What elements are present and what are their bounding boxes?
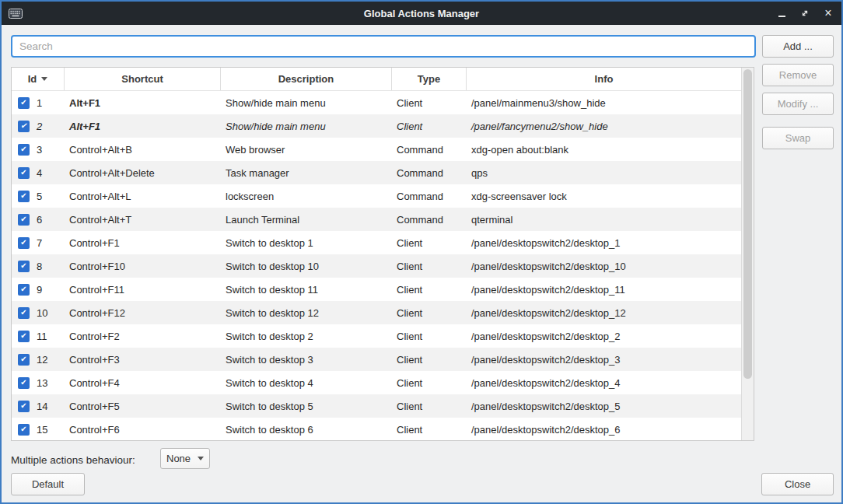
row-id: 14 — [37, 401, 47, 412]
row-id: 12 — [37, 354, 47, 366]
header-type[interactable]: Type — [392, 68, 467, 90]
row-checkbox[interactable] — [18, 424, 30, 436]
row-description: Switch to desktop 5 — [221, 394, 392, 418]
header-info[interactable]: Info — [467, 68, 741, 90]
modify-button[interactable]: Modify ... — [762, 93, 834, 115]
row-id: 5 — [37, 191, 42, 202]
table-row[interactable]: 10 Control+F12 Switch to desktop 12 Clie… — [12, 301, 741, 324]
row-id: 11 — [37, 331, 47, 342]
row-checkbox[interactable] — [18, 191, 30, 202]
table-row[interactable]: 12 Control+F3 Switch to desktop 3 Client… — [12, 348, 741, 371]
row-id: 4 — [37, 167, 42, 179]
row-id: 9 — [37, 284, 42, 296]
row-info: /panel/desktopswitch2/desktop_1 — [467, 231, 741, 254]
row-checkbox[interactable] — [18, 237, 30, 249]
table-row[interactable]: 7 Control+F1 Switch to desktop 1 Client … — [12, 231, 741, 254]
row-description: Switch to desktop 4 — [221, 371, 392, 394]
behaviour-dropdown-value: None — [166, 453, 191, 464]
row-shortcut: Alt+F1 — [65, 114, 221, 138]
table-row[interactable]: 9 Control+F11 Switch to desktop 11 Clien… — [12, 278, 741, 301]
row-checkbox[interactable] — [18, 144, 30, 156]
behaviour-dropdown[interactable]: None — [160, 448, 210, 469]
add-button[interactable]: Add ... — [762, 35, 834, 58]
default-button[interactable]: Default — [11, 473, 85, 495]
row-id: 6 — [37, 214, 42, 226]
row-checkbox[interactable] — [18, 377, 30, 389]
row-checkbox[interactable] — [18, 284, 30, 296]
row-info: xdg-open about:blank — [467, 138, 741, 161]
row-type: Command — [392, 161, 467, 184]
row-shortcut: Control+F11 — [65, 278, 221, 301]
row-type: Client — [392, 254, 467, 278]
scrollbar-thumb[interactable] — [743, 69, 752, 379]
row-id: 2 — [37, 121, 42, 132]
table-body: 1 Alt+F1 Show/hide main menu Client /pan… — [12, 91, 741, 441]
table-row[interactable]: 1 Alt+F1 Show/hide main menu Client /pan… — [12, 91, 741, 114]
table-row[interactable]: 3 Control+Alt+B Web browser Command xdg-… — [12, 138, 741, 161]
keyboard-icon — [9, 9, 23, 19]
row-checkbox[interactable] — [18, 214, 30, 226]
row-id: 1 — [37, 97, 42, 109]
row-info: /panel/desktopswitch2/desktop_3 — [467, 348, 741, 371]
table-row[interactable]: 14 Control+F5 Switch to desktop 5 Client… — [12, 394, 741, 418]
sort-down-icon — [41, 77, 47, 81]
row-info: /panel/desktopswitch2/desktop_5 — [467, 394, 741, 418]
row-type: Command — [392, 208, 467, 231]
row-checkbox[interactable] — [18, 97, 30, 109]
row-shortcut: Control+F4 — [65, 371, 221, 394]
row-shortcut: Control+F5 — [65, 394, 221, 418]
row-checkbox[interactable] — [18, 307, 30, 319]
close-button[interactable]: Close — [761, 473, 834, 495]
row-shortcut: Control+F12 — [65, 301, 221, 324]
restore-icon[interactable] — [799, 8, 810, 19]
row-id: 10 — [37, 307, 47, 319]
header-description[interactable]: Description — [221, 68, 392, 90]
remove-button[interactable]: Remove — [762, 64, 834, 86]
row-id: 15 — [37, 424, 47, 436]
row-description: Show/hide main menu — [221, 114, 392, 138]
row-info: /panel/desktopswitch2/desktop_10 — [467, 254, 741, 278]
row-checkbox[interactable] — [18, 167, 30, 179]
row-shortcut: Control+F6 — [65, 418, 221, 441]
table-row[interactable]: 2 Alt+F1 Show/hide main menu Client /pan… — [12, 114, 741, 138]
row-checkbox[interactable] — [18, 354, 30, 366]
row-checkbox[interactable] — [18, 401, 30, 412]
table-row[interactable]: 4 Control+Alt+Delete Task manager Comman… — [12, 161, 741, 184]
header-shortcut[interactable]: Shortcut — [65, 68, 221, 90]
chevron-down-icon — [198, 457, 204, 460]
table-row[interactable]: 15 Control+F6 Switch to desktop 6 Client… — [12, 418, 741, 441]
close-icon[interactable]: × — [823, 8, 834, 19]
table-header: Id Shortcut Description Type Info — [12, 68, 741, 91]
search-input[interactable] — [11, 35, 756, 58]
header-id[interactable]: Id — [12, 68, 65, 90]
row-type: Client — [392, 394, 467, 418]
row-checkbox[interactable] — [18, 121, 30, 132]
table-row[interactable]: 13 Control+F4 Switch to desktop 4 Client… — [12, 371, 741, 394]
row-info: /panel/desktopswitch2/desktop_11 — [467, 278, 741, 301]
table-row[interactable]: 5 Control+Alt+L lockscreen Command xdg-s… — [12, 184, 741, 208]
row-info: /panel/desktopswitch2/desktop_2 — [467, 324, 741, 348]
table-row[interactable]: 11 Control+F2 Switch to desktop 2 Client… — [12, 324, 741, 348]
row-description: Task manager — [221, 161, 392, 184]
row-type: Client — [392, 114, 467, 138]
vertical-scrollbar[interactable] — [741, 68, 754, 440]
minimize-icon[interactable] — [776, 8, 787, 19]
global-actions-manager-window: Global Actions Manager × Add ... Remove … — [0, 0, 843, 504]
row-id: 13 — [37, 377, 47, 389]
row-type: Command — [392, 184, 467, 208]
table-row[interactable]: 8 Control+F10 Switch to desktop 10 Clien… — [12, 254, 741, 278]
row-description: Switch to desktop 12 — [221, 301, 392, 324]
row-description: Show/hide main menu — [221, 91, 392, 114]
row-shortcut: Control+F1 — [65, 231, 221, 254]
row-description: Switch to desktop 6 — [221, 418, 392, 441]
row-info: xdg-screensaver lock — [467, 184, 741, 208]
swap-button[interactable]: Swap — [762, 127, 834, 149]
row-checkbox[interactable] — [18, 331, 30, 342]
row-info: qps — [467, 161, 741, 184]
row-info: /panel/mainmenu3/show_hide — [467, 91, 741, 114]
row-shortcut: Control+F3 — [65, 348, 221, 371]
row-description: Switch to desktop 11 — [221, 278, 392, 301]
row-shortcut: Control+F10 — [65, 254, 221, 278]
table-row[interactable]: 6 Control+Alt+T Launch Terminal Command … — [12, 208, 741, 231]
row-checkbox[interactable] — [18, 261, 30, 272]
